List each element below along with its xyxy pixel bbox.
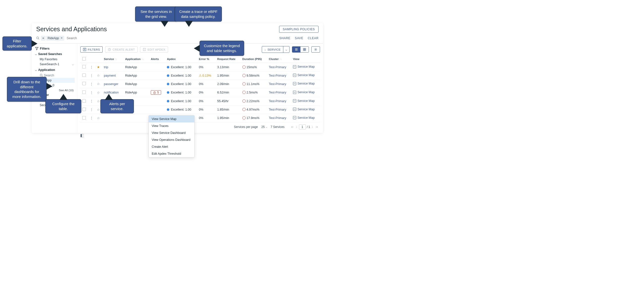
- service-map-icon: [293, 74, 296, 77]
- callout-alerts: Alerts per service.: [100, 99, 134, 113]
- cell-application: [123, 114, 149, 122]
- star-outline-icon[interactable]: ☆: [97, 100, 100, 103]
- grid-view-button[interactable]: [300, 46, 308, 52]
- saved-searches-toggle[interactable]: ⌵Saved Searches: [35, 52, 74, 56]
- service-map-link[interactable]: Service Map: [293, 74, 314, 77]
- row-menu-icon[interactable]: ⋮: [90, 116, 93, 120]
- service-map-link[interactable]: Service Map: [293, 116, 314, 120]
- cluster-link[interactable]: Test-Primary: [269, 100, 286, 103]
- chevron-down-icon[interactable]: ⌵: [283, 46, 289, 52]
- cell-apdex: Excellent: 1.00: [165, 63, 197, 72]
- application-toggle[interactable]: ⌵Application: [35, 68, 74, 72]
- select-all-checkbox[interactable]: [82, 57, 86, 60]
- callout-sampling: Create a trace or eBPF data sampling pol…: [175, 6, 222, 22]
- service-link[interactable]: passenger: [104, 82, 118, 86]
- page-current-input[interactable]: 1: [299, 124, 306, 130]
- service-map-link[interactable]: Service Map: [293, 108, 314, 111]
- star-outline-icon[interactable]: ☆: [97, 91, 100, 94]
- sidebar-item-my-favorites[interactable]: My Favorites: [35, 57, 74, 62]
- svg-point-19: [315, 49, 316, 50]
- cluster-link[interactable]: Test-Primary: [269, 82, 286, 86]
- col-rate: Request Rate: [215, 55, 240, 63]
- cell-duration: 2.22ms%: [240, 97, 267, 106]
- alert-badge[interactable]: 5: [151, 90, 161, 95]
- cluster-link[interactable]: Test-Primary: [269, 66, 286, 69]
- cell-error: 0%: [197, 80, 215, 88]
- cluster-link[interactable]: Test-Primary: [269, 116, 286, 120]
- row-menu-icon[interactable]: ⋮: [90, 74, 93, 78]
- page-prev[interactable]: ‹: [296, 125, 298, 129]
- star-filled-icon[interactable]: ★: [97, 66, 100, 69]
- col-duration: Duration (P95): [240, 55, 267, 63]
- menu-view-service-dashboard[interactable]: View Service Dashboard: [149, 130, 194, 136]
- service-link[interactable]: payment: [104, 74, 116, 77]
- app-search-placeholder: Search: [44, 74, 54, 77]
- service-map-link[interactable]: Service Map: [293, 65, 314, 68]
- sort-icon[interactable]: ↑↓: [279, 58, 282, 60]
- svg-rect-15: [304, 48, 304, 49]
- cluster-link[interactable]: Test-Primary: [269, 74, 286, 77]
- row-checkbox[interactable]: [82, 108, 86, 111]
- service-dropdown[interactable]: ↓SERVICE ⌵: [262, 46, 290, 53]
- row-checkbox[interactable]: [82, 99, 86, 103]
- menu-create-alert[interactable]: Create Alert: [149, 143, 194, 150]
- cell-rate: 2.09/min: [215, 80, 240, 88]
- row-menu-icon[interactable]: ⋮: [90, 108, 93, 112]
- row-checkbox[interactable]: [82, 74, 86, 77]
- row-checkbox[interactable]: [82, 116, 86, 120]
- service-map-link[interactable]: Service Map: [293, 90, 314, 94]
- cluster-link[interactable]: Test-Primary: [269, 108, 286, 111]
- row-menu-icon[interactable]: ⋮: [90, 99, 93, 103]
- svg-line-3: [42, 76, 43, 76]
- share-link[interactable]: SHARE: [279, 36, 290, 40]
- row-checkbox[interactable]: [82, 82, 86, 85]
- list-view-button[interactable]: [292, 46, 300, 52]
- save-link[interactable]: SAVE: [295, 36, 304, 40]
- menu-view-operations-dashboard[interactable]: View Operations Dashboard: [149, 136, 194, 143]
- filters-button[interactable]: FILTERS: [80, 46, 102, 52]
- col-application: Application: [125, 58, 141, 60]
- col-error: Error %: [197, 55, 215, 63]
- column-config-checkbox[interactable]: [80, 134, 84, 137]
- chevron-down-icon[interactable]: ⌵: [72, 63, 74, 66]
- clear-link[interactable]: CLEAR: [308, 36, 318, 40]
- service-map-icon: [293, 65, 296, 68]
- star-outline-icon[interactable]: ☆: [97, 74, 100, 77]
- cell-error: 0%: [197, 106, 215, 114]
- per-page-select[interactable]: 25⌵: [261, 125, 267, 129]
- cell-apdex: Excellent: 1.00: [165, 72, 197, 80]
- cluster-link[interactable]: Test-Primary: [269, 91, 286, 94]
- chip-remove-icon[interactable]: ✕: [60, 36, 63, 40]
- edit-apdex-label: EDIT APDEX: [148, 48, 165, 51]
- cell-duration: 2.5ms%: [240, 88, 267, 97]
- cell-error: 0%: [197, 114, 215, 122]
- row-checkbox[interactable]: [82, 65, 86, 68]
- row-menu-icon[interactable]: ⋮: [90, 82, 93, 86]
- service-map-link[interactable]: Service Map: [293, 82, 314, 85]
- sort-icon[interactable]: ↑↓: [141, 58, 144, 60]
- apdex-dot-icon: [167, 74, 169, 77]
- cell-application: RideApp: [123, 72, 149, 80]
- menu-view-traces[interactable]: View Traces: [149, 122, 194, 130]
- sampling-policies-button[interactable]: SAMPLING POLICIES: [279, 26, 318, 33]
- page-first[interactable]: ⇤: [290, 125, 294, 129]
- table-row: ⋮☆paymentRideAppExcellent: 1.00⚠0.13%1.9…: [80, 72, 320, 80]
- menu-view-service-map[interactable]: View Service Map: [149, 116, 194, 122]
- filter-chip-rideapp[interactable]: RideApp ✕: [46, 36, 64, 41]
- cell-duration: 9.58ms%: [240, 72, 267, 80]
- search-input[interactable]: [65, 35, 279, 41]
- star-outline-icon[interactable]: ☆: [97, 116, 100, 120]
- star-outline-icon[interactable]: ☆: [97, 82, 100, 86]
- row-menu-icon[interactable]: ⋮: [90, 90, 93, 94]
- sidebar-item-savesearch1[interactable]: SaveSearch-1⌵: [35, 62, 74, 67]
- row-checkbox[interactable]: [82, 90, 86, 94]
- page-last[interactable]: ⇥: [314, 125, 318, 129]
- service-map-link[interactable]: Service Map: [293, 99, 314, 103]
- row-menu-icon[interactable]: ⋮: [90, 65, 93, 69]
- settings-button[interactable]: [311, 46, 320, 52]
- service-link[interactable]: trip: [104, 66, 108, 69]
- page-next[interactable]: ›: [311, 125, 314, 129]
- menu-edit-apdex[interactable]: Edit Apdex Threshold: [149, 150, 194, 157]
- sort-icon[interactable]: ↑↓: [115, 58, 117, 60]
- star-outline-icon[interactable]: ☆: [97, 108, 100, 112]
